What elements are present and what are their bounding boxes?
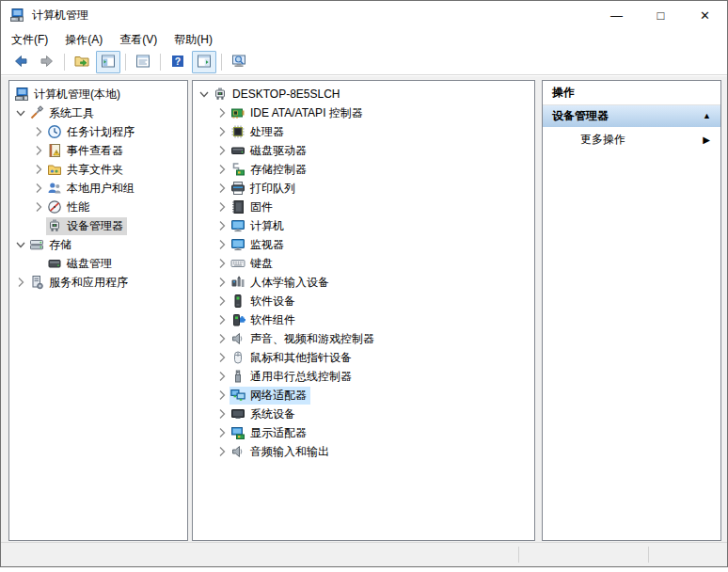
device-tree-item-system-devices[interactable]: 系统设备 (193, 405, 534, 423)
device-tree-item-audio-inputs-outputs[interactable]: 音频输入和输出 (193, 442, 534, 461)
console-tree-item-performance[interactable]: 性能 (9, 198, 187, 216)
disk-drive-icon (230, 143, 245, 158)
shared-folders-icon (47, 162, 62, 177)
console-tree-item-event-viewer[interactable]: 事件查看器 (9, 141, 187, 160)
device-tree-item-keyboards[interactable]: 键盘 (193, 254, 534, 273)
toolbar-export-list-button[interactable] (70, 51, 94, 73)
chevron-right-icon[interactable] (13, 275, 28, 290)
tree-item-label: 系统工具 (49, 105, 94, 120)
chevron-right-icon[interactable] (214, 237, 229, 252)
console-tree-item-device-manager[interactable]: 设备管理器 (9, 216, 187, 235)
tree-item-selection: 本地用户和组 (46, 180, 138, 198)
console-tree-item-task-scheduler[interactable]: 任务计划程序 (9, 122, 187, 141)
device-tree-item-display-adapters[interactable]: 显示适配器 (193, 423, 534, 442)
device-tree-item-sound-video-game[interactable]: 声音、视频和游戏控制器 (193, 329, 534, 348)
collapse-section-icon[interactable]: ▲ (703, 112, 711, 120)
tree-item-label: 音频输入和输出 (250, 444, 329, 459)
menu-help[interactable]: 帮助(H) (166, 30, 221, 50)
menu-action[interactable]: 操作(A) (56, 30, 111, 50)
toolbar-scan-hardware-button[interactable] (227, 51, 251, 73)
toolbar-show-console-tree-button[interactable] (96, 51, 120, 73)
toolbar-properties-button[interactable] (131, 51, 155, 73)
device-tree-item-mice-pointing[interactable]: 鼠标和其他指针设备 (193, 348, 534, 367)
chevron-right-icon[interactable] (214, 181, 229, 196)
tree-item-selection: 音频输入和输出 (229, 443, 333, 461)
device-tree-item-print-queues[interactable]: 打印队列 (193, 179, 534, 198)
chevron-right-icon[interactable] (214, 105, 229, 120)
chevron-right-icon[interactable] (214, 406, 229, 421)
device-tree-item-firmware[interactable]: 固件 (193, 198, 534, 216)
chevron-right-icon[interactable] (214, 218, 229, 233)
device-tree-item-software-devices[interactable]: 软件设备 (193, 292, 534, 310)
tree-item-label: 声音、视频和游戏控制器 (250, 331, 374, 346)
chevron-right-icon[interactable] (214, 369, 229, 384)
console-tree-item-services-apps[interactable]: 服务和应用程序 (9, 273, 187, 292)
toolbar-back-button[interactable] (8, 51, 33, 73)
chevron-right-icon[interactable] (214, 350, 229, 365)
action-more-actions[interactable]: 更多操作 ▶ (543, 127, 720, 152)
console-tree-item-local-users-groups[interactable]: 本地用户和组 (9, 179, 187, 198)
tree-item-selection: 性能 (46, 199, 93, 216)
system-device-icon (230, 406, 245, 421)
chevron-right-icon[interactable] (214, 294, 229, 309)
menu-view[interactable]: 查看(V) (111, 30, 166, 50)
tree-item-selection: 系统设备 (229, 405, 299, 423)
console-tree-item-system-tools[interactable]: 系统工具 (9, 103, 187, 122)
chevron-down-icon[interactable] (197, 87, 212, 102)
device-tree-item-network-adapters[interactable]: 网络适配器 (193, 386, 534, 405)
chevron-right-icon[interactable] (214, 444, 229, 459)
tree-item-selection: 打印队列 (229, 180, 299, 198)
actions-panel: 操作 设备管理器 ▲ 更多操作 ▶ (542, 80, 721, 541)
storage-icon (29, 237, 44, 252)
chevron-right-icon[interactable] (214, 388, 229, 403)
chevron-right-icon[interactable] (214, 256, 229, 271)
device-tree-item-computer[interactable]: 计算机 (193, 216, 534, 235)
device-tree-item-disk-drives[interactable]: 磁盘驱动器 (193, 141, 534, 160)
chevron-right-icon[interactable] (214, 425, 229, 440)
computer-management-app-icon (9, 8, 24, 23)
disk-management-icon (47, 256, 62, 271)
maximize-button[interactable]: □ (639, 1, 683, 29)
menu-file[interactable]: 文件(F) (3, 30, 56, 50)
device-tree-item-storage-controllers[interactable]: 存储控制器 (193, 160, 534, 179)
chevron-right-icon[interactable] (214, 275, 229, 290)
console-tree-item-shared-folders[interactable]: 共享文件夹 (9, 160, 187, 179)
chevron-right-icon[interactable] (214, 312, 229, 327)
console-tree-item-disk-management[interactable]: 磁盘管理 (9, 254, 187, 273)
device-tree-item-monitors[interactable]: 监视器 (193, 235, 534, 254)
toolbar-forward-button[interactable] (35, 51, 59, 73)
chevron-right-icon[interactable] (31, 199, 46, 214)
chevron-right-icon[interactable] (31, 181, 46, 196)
chevron-right-icon[interactable] (31, 162, 46, 177)
close-button[interactable]: ✕ (683, 1, 727, 29)
tree-item-label: 计算机管理(本地) (34, 87, 120, 102)
device-tree-item-usb-controllers[interactable]: 通用串行总线控制器 (193, 367, 534, 386)
device-tree-item-ide-controllers[interactable]: IDE ATA/ATAPI 控制器 (193, 103, 534, 122)
help-icon: ? (170, 54, 185, 72)
chevron-right-icon[interactable] (214, 162, 229, 177)
performance-icon (47, 199, 62, 214)
chevron-right-icon[interactable] (214, 124, 229, 139)
folder-export-icon (74, 54, 89, 72)
tree-item-label: 显示适配器 (250, 425, 307, 440)
minimize-button[interactable]: — (594, 1, 639, 29)
action-pane-icon (197, 54, 212, 72)
console-tree-item-storage[interactable]: 存储 (9, 235, 187, 254)
chevron-right-icon[interactable] (31, 143, 46, 158)
chevron-right-icon[interactable] (31, 124, 46, 139)
device-tree-item-hid-devices[interactable]: 人体学输入设备 (193, 273, 534, 292)
actions-section-device-manager[interactable]: 设备管理器 ▲ (543, 105, 720, 127)
actions-section-title: 设备管理器 (552, 108, 609, 124)
device-tree-item-software-components[interactable]: 软件组件 (193, 310, 534, 329)
device-tree-item-processors[interactable]: 处理器 (193, 122, 534, 141)
console-tree-item-computer-management-local[interactable]: 计算机管理(本地) (9, 85, 187, 103)
chevron-down-icon[interactable] (13, 105, 28, 120)
device-tree-item-desktop-root[interactable]: DESKTOP-8E5SLCH (193, 85, 534, 103)
chevron-down-icon[interactable] (13, 237, 28, 252)
chevron-right-icon[interactable] (214, 331, 229, 346)
toolbar-show-action-pane-button[interactable] (192, 51, 216, 73)
toolbar-help-button[interactable]: ? (166, 51, 190, 73)
title-bar: 计算机管理 — □ ✕ (1, 1, 727, 29)
chevron-right-icon[interactable] (214, 199, 229, 214)
chevron-right-icon[interactable] (214, 143, 229, 158)
